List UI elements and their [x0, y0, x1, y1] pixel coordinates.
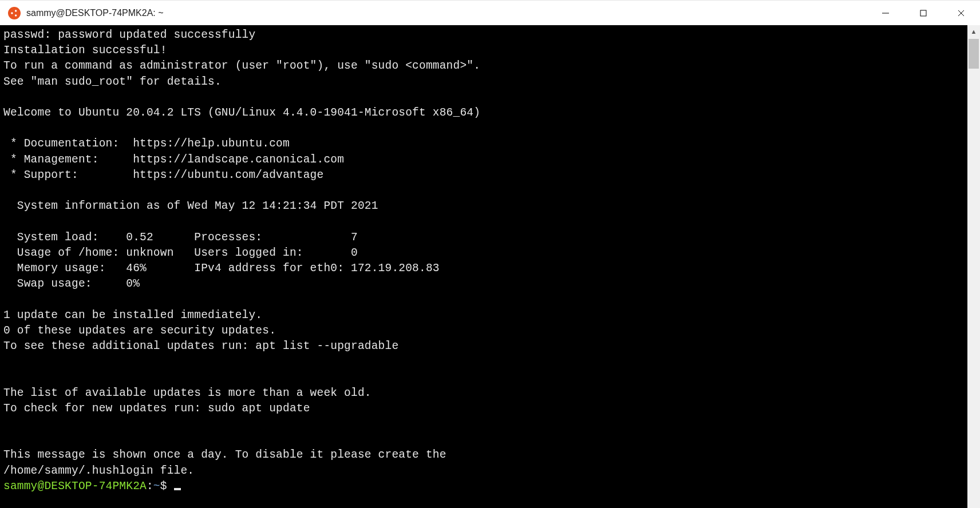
terminal-output[interactable]: passwd: password updated successfully In…	[0, 25, 967, 508]
scrollbar-thumb[interactable]	[969, 39, 979, 69]
prompt-symbol: $	[160, 480, 167, 493]
svg-rect-4	[920, 10, 926, 16]
maximize-icon	[919, 9, 927, 17]
close-button[interactable]	[942, 1, 980, 25]
window-titlebar[interactable]: sammy@DESKTOP-74PMK2A: ~	[0, 0, 980, 25]
svg-point-0	[11, 12, 13, 14]
maximize-button[interactable]	[904, 1, 942, 25]
window-controls	[867, 1, 980, 25]
minimize-button[interactable]	[867, 1, 904, 25]
minimize-icon	[882, 9, 890, 17]
svg-point-2	[15, 14, 17, 17]
close-icon	[957, 9, 965, 17]
titlebar-left: sammy@DESKTOP-74PMK2A: ~	[0, 7, 867, 19]
terminal-cursor	[174, 488, 181, 490]
svg-point-1	[15, 10, 17, 12]
terminal-window: sammy@DESKTOP-74PMK2A: ~ passwd: passwor…	[0, 0, 980, 508]
vertical-scrollbar[interactable]: ▲	[967, 25, 980, 508]
prompt-user-host: sammy@DESKTOP-74PMK2A	[3, 480, 147, 493]
prompt-separator: :	[147, 480, 153, 493]
window-title: sammy@DESKTOP-74PMK2A: ~	[26, 8, 164, 18]
scrollbar-up-arrow-icon[interactable]: ▲	[967, 25, 980, 38]
prompt-path: ~	[153, 480, 160, 493]
terminal-area: passwd: password updated successfully In…	[0, 25, 980, 508]
ubuntu-icon	[8, 7, 21, 19]
